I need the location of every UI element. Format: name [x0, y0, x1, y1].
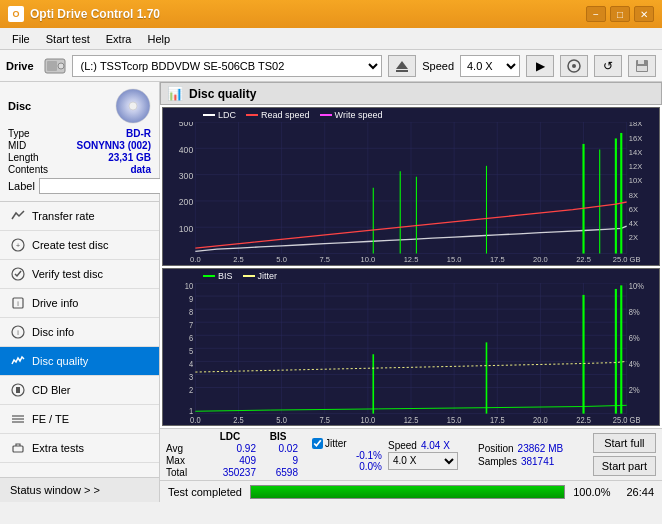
avg-jitter: -0.1% [312, 450, 382, 461]
svg-text:4X: 4X [629, 219, 638, 228]
svg-text:4: 4 [189, 359, 194, 368]
disc-contents-row: Contents data [8, 164, 151, 175]
disc-panel: Disc Type BD-R [0, 82, 159, 202]
eject-button[interactable] [388, 55, 416, 77]
start-part-button[interactable]: Start part [593, 456, 656, 476]
disc-label-input[interactable] [39, 178, 168, 194]
save-button[interactable] [628, 55, 656, 77]
sidebar: Disc Type BD-R [0, 82, 160, 502]
sidebar-item-disc-info[interactable]: i Disc info [0, 318, 159, 347]
svg-text:18X: 18X [629, 122, 642, 128]
chart-header-icon: 📊 [167, 86, 183, 101]
svg-text:7.5: 7.5 [319, 255, 329, 264]
cd-bler-label: CD Bler [32, 384, 71, 396]
svg-text:2.5: 2.5 [233, 415, 244, 424]
speed-val: 4.04 X [421, 440, 450, 451]
menu-help[interactable]: Help [139, 31, 178, 47]
svg-text:22.5: 22.5 [576, 415, 591, 424]
app-title: Opti Drive Control 1.70 [30, 7, 160, 21]
close-button[interactable]: ✕ [634, 6, 654, 22]
avg-bis: 0.02 [258, 443, 298, 454]
jitter-checkbox[interactable] [312, 438, 323, 449]
svg-text:8%: 8% [629, 307, 640, 316]
sidebar-item-extra-tests[interactable]: Extra tests [0, 434, 159, 463]
disc-mid-row: MID SONYNN3 (002) [8, 140, 151, 151]
disc-info-icon: i [10, 324, 26, 340]
verify-test-disc-icon [10, 266, 26, 282]
svg-text:25.0 GB: 25.0 GB [613, 255, 641, 264]
legend-bis: BIS [203, 271, 233, 281]
speed-select[interactable]: 4.0 X [460, 55, 520, 77]
sidebar-item-transfer-rate[interactable]: Transfer rate [0, 202, 159, 231]
svg-text:5.0: 5.0 [276, 255, 286, 264]
fe-te-label: FE / TE [32, 413, 69, 425]
legend-ldc: LDC [203, 110, 236, 120]
drive-info-icon: i [10, 295, 26, 311]
svg-text:2: 2 [189, 386, 193, 395]
refresh-button[interactable]: ↺ [594, 55, 622, 77]
sidebar-item-fe-te[interactable]: FE / TE [0, 405, 159, 434]
menu-extra[interactable]: Extra [98, 31, 140, 47]
svg-text:2%: 2% [629, 386, 640, 395]
avg-label: Avg [166, 443, 202, 454]
play-button[interactable]: ▶ [526, 55, 554, 77]
speed-dropdown[interactable]: 4.0 X [388, 452, 458, 470]
svg-text:10%: 10% [629, 283, 644, 291]
menu-start-test[interactable]: Start test [38, 31, 98, 47]
status-window-button[interactable]: Status window > > [0, 477, 159, 502]
fe-te-icon [10, 411, 26, 427]
legend-jitter: Jitter [243, 271, 278, 281]
svg-text:500: 500 [179, 122, 194, 128]
disc-panel-title: Disc [8, 100, 31, 112]
sidebar-item-create-test-disc[interactable]: + Create test disc [0, 231, 159, 260]
bottom-panel: LDC BIS Avg 0.92 0.02 Max 409 9 Total [160, 428, 662, 502]
svg-text:10.0: 10.0 [361, 255, 376, 264]
svg-text:1: 1 [189, 406, 194, 415]
sidebar-item-disc-quality[interactable]: Disc quality [0, 347, 159, 376]
svg-text:8: 8 [189, 307, 194, 316]
progress-bar [250, 485, 565, 499]
max-jitter: 0.0% [312, 461, 382, 472]
status-text: Test completed [168, 486, 242, 498]
svg-rect-8 [638, 60, 644, 64]
maximize-button[interactable]: □ [610, 6, 630, 22]
bottom-status-bar: Test completed 100.0% 26:44 [160, 480, 662, 502]
avg-ldc: 0.92 [204, 443, 256, 454]
total-ldc: 350237 [204, 467, 256, 478]
svg-text:2.5: 2.5 [233, 255, 243, 264]
svg-text:8X: 8X [629, 191, 638, 200]
bis-col-header: BIS [258, 431, 298, 442]
svg-text:10: 10 [185, 283, 194, 291]
svg-text:6%: 6% [629, 333, 640, 342]
sidebar-item-cd-bler[interactable]: CD Bler [0, 376, 159, 405]
svg-text:10.0: 10.0 [361, 415, 376, 424]
window-controls: − □ ✕ [586, 6, 654, 22]
menu-file[interactable]: File [4, 31, 38, 47]
minimize-button[interactable]: − [586, 6, 606, 22]
main-area: Disc Type BD-R [0, 82, 662, 502]
svg-text:20.0: 20.0 [533, 415, 548, 424]
total-bis: 6598 [258, 467, 298, 478]
disc-label-row: Label 🔍 [8, 177, 151, 195]
disc-type-row: Type BD-R [8, 128, 151, 139]
drive-select[interactable]: (L:) TSSTcorp BDDVDW SE-506CB TS02 [72, 55, 383, 77]
start-full-button[interactable]: Start full [593, 433, 656, 453]
svg-point-11 [129, 102, 137, 110]
sidebar-item-verify-test-disc[interactable]: Verify test disc [0, 260, 159, 289]
svg-text:9: 9 [189, 294, 194, 303]
disc-image [115, 88, 151, 124]
svg-text:15.0: 15.0 [447, 255, 462, 264]
drive-icon [44, 55, 66, 77]
svg-marker-3 [396, 61, 408, 69]
charts-wrapper: LDC Read speed Write speed [160, 105, 662, 428]
sidebar-item-drive-info[interactable]: i Drive info [0, 289, 159, 318]
svg-rect-9 [637, 66, 647, 71]
svg-text:200: 200 [179, 197, 194, 207]
svg-text:7.5: 7.5 [320, 415, 331, 424]
progress-fill [251, 486, 564, 498]
position-val: 23862 MB [518, 443, 564, 454]
disc-button[interactable] [560, 55, 588, 77]
drivebar: Drive (L:) TSSTcorp BDDVDW SE-506CB TS02… [0, 50, 662, 82]
progress-percent: 100.0% [573, 486, 610, 498]
svg-text:10X: 10X [629, 176, 642, 185]
